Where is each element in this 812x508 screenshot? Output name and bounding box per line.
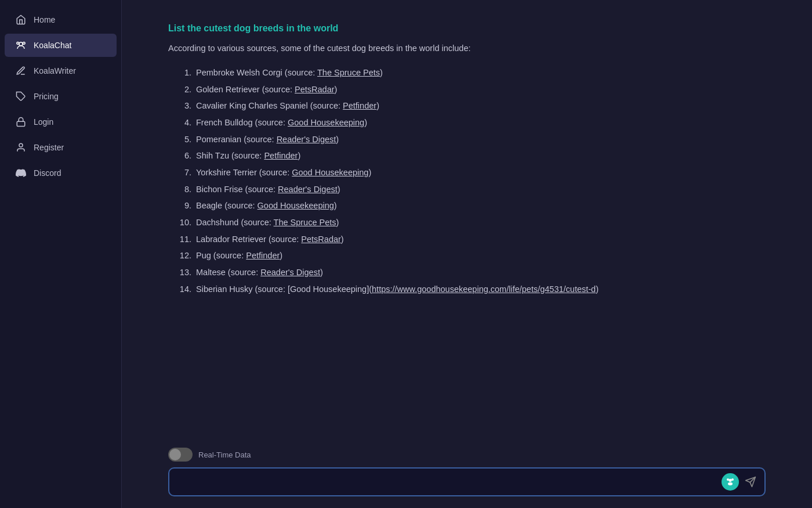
sidebar-item-label-register: Register (34, 143, 64, 152)
sidebar-item-register[interactable]: Register (5, 136, 117, 159)
list-text: Pembroke Welsh Corgi (source: The Spruce… (196, 66, 383, 80)
toggle-knob (169, 449, 181, 460)
sidebar-item-label-home: Home (34, 15, 55, 24)
list-text: Dachshund (source: The Spruce Pets) (196, 215, 339, 230)
pricing-icon (15, 91, 27, 102)
sidebar-item-koalawriter[interactable]: KoalaWriter (5, 59, 117, 82)
source-link[interactable]: PetsRadar (301, 235, 341, 244)
list-item: 4.French Bulldog (source: Good Housekeep… (168, 114, 766, 131)
koalachat-icon (15, 39, 27, 51)
list-text: Beagle (source: Good Housekeeping) (196, 199, 337, 213)
list-number: 10. (168, 215, 191, 230)
svg-point-1 (17, 42, 19, 44)
bottom-area: Real-Time Data (122, 438, 812, 508)
send-button[interactable] (744, 475, 757, 489)
sidebar-item-pricing[interactable]: Pricing (5, 85, 117, 108)
list-number: 3. (168, 99, 191, 113)
svg-point-8 (731, 478, 734, 481)
main-content: List the cutest dog breeds in the world … (122, 0, 812, 508)
toggle-row: Real-Time Data (168, 448, 766, 462)
list-item: 8.Bichon Frise (source: Reader's Digest) (168, 181, 766, 198)
chat-input[interactable] (176, 474, 717, 490)
sidebar-item-label-koalawriter: KoalaWriter (34, 66, 76, 75)
list-item: 3.Cavalier King Charles Spaniel (source:… (168, 98, 766, 114)
source-link[interactable]: Good Housekeeping (292, 168, 368, 177)
register-icon (15, 142, 27, 153)
list-item: 7.Yorkshire Terrier (source: Good Housek… (168, 164, 766, 181)
list-item: 2.Golden Retriever (source: PetsRadar) (168, 81, 766, 98)
list-item: 6.Shih Tzu (source: Petfinder) (168, 147, 766, 164)
sidebar-item-label-pricing: Pricing (34, 92, 59, 101)
list-text: Golden Retriever (source: PetsRadar) (196, 82, 337, 97)
svg-point-5 (19, 143, 23, 147)
list-item: 9.Beagle (source: Good Housekeeping) (168, 197, 766, 214)
sidebar-item-label-discord: Discord (34, 168, 61, 178)
list-number: 5. (168, 132, 191, 147)
response-title: List the cutest dog breeds in the world (168, 23, 766, 34)
sidebar-item-discord[interactable]: Discord (5, 161, 117, 185)
sidebar-item-koalachat[interactable]: KoalaChat (5, 34, 117, 57)
list-number: 11. (168, 232, 191, 247)
svg-point-0 (19, 42, 23, 46)
input-row (168, 467, 766, 496)
list-item: 13.Maltese (source: Reader's Digest) (168, 264, 766, 281)
chat-area: List the cutest dog breeds in the world … (122, 0, 812, 438)
list-number: 14. (168, 282, 191, 297)
list-item: 14.Siberian Husky (source: [Good Houseke… (168, 281, 766, 298)
svg-point-2 (23, 42, 25, 44)
realtime-toggle[interactable] (168, 448, 193, 462)
list-text: Siberian Husky (source: [Good Housekeepi… (196, 282, 599, 297)
list-text: Maltese (source: Reader's Digest) (196, 265, 323, 280)
svg-rect-4 (17, 121, 25, 126)
list-text: Pug (source: Petfinder) (196, 248, 282, 263)
source-link[interactable]: Petfinder (264, 151, 298, 160)
list-text: Labrador Retriever (source: PetsRadar) (196, 232, 344, 247)
source-link[interactable]: https://www.goodhousekeeping.com/life/pe… (372, 284, 596, 294)
list-text: Shih Tzu (source: Petfinder) (196, 149, 300, 163)
list-text: Bichon Frise (source: Reader's Digest) (196, 182, 340, 197)
list-item: 11.Labrador Retriever (source: PetsRadar… (168, 231, 766, 248)
svg-point-6 (728, 479, 731, 482)
svg-point-7 (727, 478, 729, 481)
list-number: 1. (168, 66, 191, 80)
list-text: Yorkshire Terrier (source: Good Housekee… (196, 165, 371, 180)
source-link[interactable]: The Spruce Pets (317, 68, 380, 77)
koalawriter-icon (15, 65, 27, 77)
login-icon (15, 116, 27, 128)
list-number: 13. (168, 265, 191, 280)
list-text: Cavalier King Charles Spaniel (source: P… (196, 99, 379, 113)
sidebar: HomeKoalaChatKoalaWriterPricingLoginRegi… (0, 0, 122, 508)
source-link[interactable]: PetsRadar (295, 85, 335, 94)
source-link[interactable]: Good Housekeeping (258, 201, 334, 210)
list-number: 7. (168, 165, 191, 180)
sidebar-item-label-login: Login (34, 117, 53, 127)
source-link[interactable]: Reader's Digest (278, 185, 338, 194)
list-item: 10.Dachshund (source: The Spruce Pets) (168, 214, 766, 231)
source-link[interactable]: Petfinder (343, 101, 376, 110)
sidebar-item-label-koalachat: KoalaChat (34, 41, 71, 50)
response-intro: According to various sources, some of th… (168, 42, 766, 55)
list-item: 1.Pembroke Welsh Corgi (source: The Spru… (168, 64, 766, 81)
koala-icon-button[interactable] (722, 473, 739, 491)
list-number: 6. (168, 149, 191, 163)
list-number: 8. (168, 182, 191, 197)
list-number: 12. (168, 248, 191, 263)
sidebar-item-home[interactable]: Home (5, 8, 117, 31)
sidebar-item-login[interactable]: Login (5, 110, 117, 134)
svg-point-9 (728, 482, 733, 485)
list-number: 9. (168, 199, 191, 213)
source-link[interactable]: The Spruce Pets (274, 218, 336, 227)
list-number: 4. (168, 116, 191, 130)
list-item: 12.Pug (source: Petfinder) (168, 247, 766, 264)
discord-icon (15, 167, 27, 179)
list-number: 2. (168, 82, 191, 97)
source-link[interactable]: Reader's Digest (277, 135, 336, 144)
home-icon (15, 14, 27, 26)
list-text: French Bulldog (source: Good Housekeepin… (196, 116, 367, 130)
list-text: Pomeranian (source: Reader's Digest) (196, 132, 339, 147)
source-link[interactable]: Petfinder (246, 251, 280, 260)
source-link[interactable]: Reader's Digest (260, 268, 320, 277)
response-list: 1.Pembroke Welsh Corgi (source: The Spru… (168, 64, 766, 297)
list-item: 5.Pomeranian (source: Reader's Digest) (168, 131, 766, 148)
source-link[interactable]: Good Housekeeping (288, 118, 364, 127)
